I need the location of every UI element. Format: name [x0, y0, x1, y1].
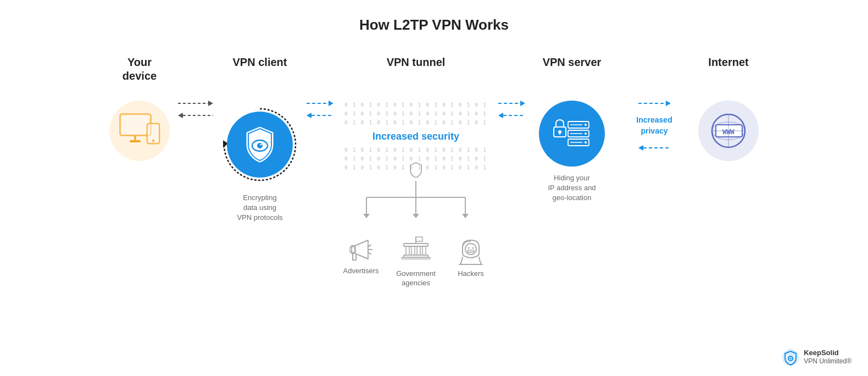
svg-rect-28: [417, 246, 420, 255]
svg-rect-3: [130, 140, 141, 142]
vpnclient-circle: [227, 112, 293, 178]
device-label: Your device: [123, 56, 157, 84]
arrow-from-client: [178, 113, 213, 118]
col-internet: Internet WWW: [690, 56, 767, 161]
tunnel-label: VPN tunnel: [387, 56, 446, 84]
threat-hackers-label: Hackers: [458, 269, 484, 279]
arrows-tunnel-server: [498, 56, 525, 118]
svg-point-59: [790, 357, 792, 359]
government-icon: [399, 236, 432, 266]
svg-point-49: [585, 141, 587, 143]
col-vpnclient: VPN client: [213, 56, 307, 223]
col-device: Your device: [101, 56, 178, 161]
tunnel-content: 0 1 0 1 0 1 0 1 0 1 0 1 0 1 0 1 0 1 0 1 …: [336, 101, 496, 288]
svg-rect-26: [406, 246, 409, 255]
threat-advertisers: Advertisers: [336, 236, 386, 276]
svg-point-6: [152, 140, 154, 142]
increased-security-text: Increased security: [367, 131, 465, 142]
threat-connector-svg: [339, 181, 493, 236]
svg-marker-14: [363, 214, 370, 218]
shield-eye-icon: [243, 126, 276, 163]
svg-marker-16: [413, 214, 419, 218]
hacker-icon: [457, 236, 485, 266]
vpnserver-sublabel: Hiding your IP address and geo-location: [548, 173, 596, 203]
vpnserver-circle: [539, 101, 605, 167]
threat-hackers: Hackers: [446, 236, 496, 279]
arrow-from-tunnel: [307, 113, 333, 118]
keepsolid-brand: KeepSolid: [804, 349, 852, 358]
server-lock-icon: [553, 117, 591, 150]
keepsolid-logo-icon: [782, 349, 799, 366]
small-shield-icon: [409, 162, 422, 178]
svg-rect-31: [402, 257, 430, 259]
svg-point-33: [468, 247, 470, 249]
tunnel-shield-icon: [409, 162, 422, 178]
globe-www-icon: WWW: [708, 110, 749, 152]
svg-point-32: [465, 244, 476, 255]
col-tunnel: VPN tunnel 0 1 0 1 0 1 0 1 0 1 0 1 0 1 0…: [333, 56, 498, 288]
svg-marker-18: [462, 214, 469, 218]
arrow-from-server: [498, 113, 525, 118]
privacy-text: Increased privacy: [634, 113, 674, 139]
col-vpnserver: VPN server: [525, 56, 619, 203]
svg-rect-29: [422, 246, 426, 255]
threat-government: Governmentagencies: [391, 236, 441, 288]
vpnclient-label: VPN client: [233, 56, 287, 84]
vpnserver-label: VPN server: [543, 56, 602, 84]
svg-point-34: [472, 247, 474, 249]
threats-row: Advertisers: [336, 236, 496, 288]
device-icon-bg: [109, 101, 170, 161]
arrows-device-client: [178, 56, 213, 118]
threat-advertisers-label: Advertisers: [343, 267, 379, 276]
privacy-section: Increased privacy: [619, 56, 690, 151]
svg-rect-27: [411, 246, 415, 255]
security-row: Increased security: [367, 128, 465, 146]
internet-label: Internet: [708, 56, 748, 84]
svg-rect-24: [416, 237, 422, 241]
vpnclient-sublabel: Encrypting data using VPN protocols: [237, 193, 282, 223]
keepsolid-product: VPN Unlimited®: [804, 357, 852, 366]
page-title: How L2TP VPN Works: [359, 16, 509, 34]
keepsolid-text: KeepSolid VPN Unlimited®: [804, 349, 852, 366]
threat-government-label: Governmentagencies: [396, 269, 436, 288]
arrow-from-internet: [638, 145, 671, 151]
arrow-to-client: [178, 101, 213, 106]
arrows-client-tunnel: [307, 56, 333, 118]
arrow-to-internet: [638, 101, 671, 106]
megaphone-icon: [347, 236, 375, 263]
internet-icon-bg: WWW: [698, 101, 759, 161]
svg-point-43: [585, 124, 587, 126]
svg-point-9: [257, 143, 263, 148]
svg-rect-1: [120, 114, 151, 135]
binary-top: 0 1 0 1 0 1 0 1 0 1 0 1 0 1 0 1 0 1 0 1 …: [344, 101, 487, 128]
arrow-to-tunnel: [307, 101, 333, 106]
diagram-wrapper: How L2TP VPN Works Your device: [0, 0, 868, 376]
vpnclient-icon-area: [216, 101, 304, 189]
svg-point-10: [260, 144, 262, 146]
keepsolid-badge: KeepSolid VPN Unlimited®: [782, 349, 852, 366]
arrow-to-server: [498, 101, 525, 106]
svg-point-46: [585, 132, 587, 135]
device-icon: [118, 112, 162, 150]
flow-main: Your device: [0, 56, 868, 288]
binary-bottom-wrap: 0 1 0 1 0 1 0 1 0 1 0 1 0 1 0 1 0 1 0 1 …: [344, 146, 487, 173]
